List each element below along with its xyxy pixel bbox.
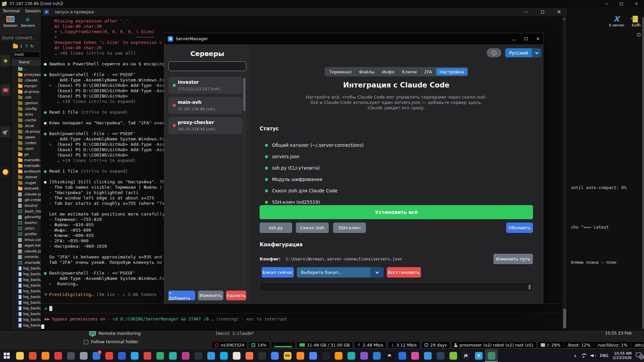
tools-tab[interactable]: [1, 84, 10, 96]
file-row[interactable]: log_backu: [11, 322, 41, 328]
taskbar-app-icon[interactable]: [64, 349, 77, 362]
taskbar-app-icon[interactable]: [154, 349, 166, 362]
taskbar-app-icon[interactable]: [141, 349, 154, 362]
file-row[interactable]: go: [11, 152, 41, 157]
delete-server-button[interactable]: Удалить: [226, 291, 246, 300]
file-row[interactable]: ai-proxy-: [11, 89, 41, 95]
taskbar-app-icon[interactable]: [421, 349, 434, 362]
favorites-tab[interactable]: ★: [1, 55, 10, 66]
file-row[interactable]: .claude.js: [11, 248, 41, 254]
quick-install-button[interactable]: ssh.py: [260, 223, 292, 233]
file-row[interactable]: log_backu: [11, 283, 41, 288]
quick-connect-input[interactable]: Quick connect...: [0, 34, 41, 42]
refresh-icon[interactable]: ↻: [30, 44, 34, 49]
taskbar-app-icon[interactable]: [256, 349, 268, 362]
taskbar-app-icon[interactable]: [268, 349, 281, 362]
taskbar-clock[interactable]: 10:55 AM 2/23/2026: [613, 351, 632, 360]
taskbar-app-icon[interactable]: [396, 349, 409, 362]
taskbar-app-icon[interactable]: [485, 349, 498, 362]
server-card[interactable]: main-ovh37.187.136.86 [ssh]: [168, 97, 243, 114]
change-path-button[interactable]: Изменить путь: [493, 254, 533, 264]
file-row[interactable]: .viminfo: [11, 254, 41, 260]
terminal-scrollbar[interactable]: ▲ ▼: [562, 16, 567, 329]
file-row[interactable]: .local: [11, 123, 41, 129]
taskbar-app-icon[interactable]: [294, 349, 307, 362]
taskbar-app-icon[interactable]: [52, 349, 64, 362]
server-list-scrollbar[interactable]: [243, 77, 246, 288]
file-row[interactable]: proxyapis: [11, 72, 41, 77]
taskbar-app-icon[interactable]: HS: [281, 349, 294, 362]
file-row[interactable]: log_backu: [11, 317, 41, 322]
taskbar-app-icon[interactable]: [307, 349, 319, 362]
log-output-area[interactable]: [260, 282, 533, 292]
start-button[interactable]: [0, 349, 13, 362]
keyboard-language[interactable]: ENG: [600, 353, 608, 358]
path-input[interactable]: /root/: [12, 52, 40, 58]
file-row[interactable]: .qwen: [11, 134, 41, 140]
quick-install-button[interactable]: SSH-ключ: [333, 223, 366, 233]
file-row[interactable]: endlessh: [11, 169, 41, 174]
file-row[interactable]: .cache: [11, 117, 41, 123]
servermanager-titlebar[interactable]: ServerManager ✕: [164, 33, 543, 44]
server-card[interactable]: investor173.212.212.157 [ssh]: [168, 77, 243, 94]
file-row[interactable]: .kimi: [11, 112, 41, 117]
minimize-icon[interactable]: [599, 0, 614, 7]
add-server-button[interactable]: + Добавить: [168, 291, 195, 300]
close-icon[interactable]: ✕: [629, 0, 644, 7]
mobaxterm-titlebar[interactable]: 37.187.136.86 ([root ovh]) ✕: [0, 0, 644, 7]
taskbar-app-icon[interactable]: [319, 349, 332, 362]
file-row[interactable]: .claude.js: [11, 191, 41, 197]
refresh-button[interactable]: Обновить: [506, 223, 533, 233]
file-row[interactable]: log_backu: [11, 294, 41, 300]
taskbar-app-icon[interactable]: [192, 349, 205, 362]
file-row[interactable]: .lesshst: [11, 203, 41, 208]
install-all-button[interactable]: Установить всё: [260, 205, 533, 219]
file-row[interactable]: log_backu: [11, 277, 41, 283]
menu-item-terminal[interactable]: Terminal: [3, 9, 20, 13]
maximize-icon[interactable]: [534, 8, 551, 16]
taskbar-app-icon[interactable]: [332, 349, 345, 362]
claude-prompt-input[interactable]: >: [41, 303, 562, 313]
xserver-button[interactable]: X X server: [608, 15, 625, 27]
ring-icon[interactable]: [637, 33, 641, 37]
exit-button[interactable]: Exit: [628, 15, 643, 27]
download-icon[interactable]: ↓: [19, 44, 23, 49]
file-row[interactable]: .npm: [11, 146, 41, 152]
taskbar-app-icon[interactable]: [230, 349, 243, 362]
notification-icon[interactable]: 32: [636, 353, 643, 359]
file-row[interactable]: ..: [11, 66, 41, 72]
file-row[interactable]: log_backu: [11, 305, 41, 311]
file-row[interactable]: .bashrc: [11, 220, 41, 226]
upload-icon[interactable]: ↑: [25, 44, 29, 49]
menu-item-sessions[interactable]: Sessions: [25, 9, 43, 13]
file-row[interactable]: log_backu: [11, 288, 41, 294]
scrollbar-thumb[interactable]: [529, 285, 531, 290]
taskbar-app-icon[interactable]: [345, 349, 358, 362]
file-row[interactable]: log_backu: [11, 300, 41, 305]
taskbar-app-icon[interactable]: [128, 349, 141, 362]
taskbar-app-icon[interactable]: [205, 349, 217, 362]
terminal-titlebar[interactable]: > · запуск и проверка ✕: [41, 8, 567, 16]
scroll-up-icon[interactable]: ▲: [563, 17, 565, 20]
minimize-icon[interactable]: [513, 37, 516, 41]
file-row[interactable]: myvpn: [11, 83, 41, 89]
file-row[interactable]: .codex: [11, 140, 41, 146]
quick-install-button[interactable]: Скилл /ssh: [296, 223, 329, 233]
taskbar-app-icon[interactable]: [179, 349, 192, 362]
sftp-tab[interactable]: [1, 126, 10, 137]
taskbar-app-icon[interactable]: [13, 349, 26, 362]
name-column-header[interactable]: Name: [11, 60, 41, 65]
taskbar-app-icon[interactable]: [370, 349, 383, 362]
edit-server-button[interactable]: Изменить: [198, 291, 223, 300]
scrollbar-thumb[interactable]: [563, 309, 566, 328]
taskbar-app-icon[interactable]: [77, 349, 90, 362]
session-button[interactable]: Session: [1, 16, 20, 28]
file-row[interactable]: mariadb-i: [11, 157, 41, 163]
file-row[interactable]: .zshrc: [11, 226, 41, 231]
file-row[interactable]: .gitconfig: [11, 214, 41, 220]
close-icon[interactable]: ✕: [551, 8, 567, 16]
taskbar-app-icon[interactable]: [115, 349, 128, 362]
file-row[interactable]: .ssh: [11, 95, 41, 100]
restore-button[interactable]: Восстановить: [387, 267, 421, 278]
servers-button[interactable]: ✳ Servers: [18, 16, 38, 28]
